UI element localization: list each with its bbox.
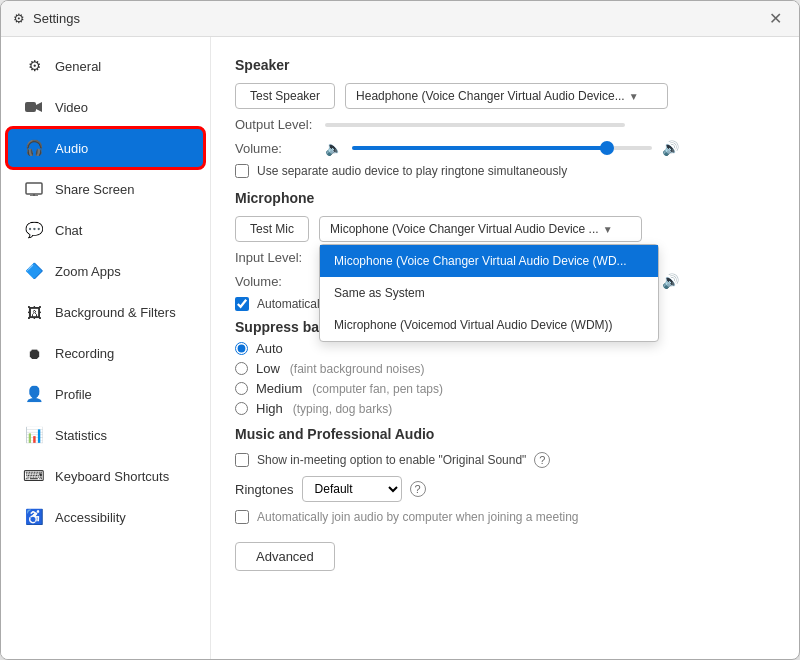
sidebar-item-statistics[interactable]: 📊 Statistics (7, 415, 204, 455)
sidebar-item-accessibility[interactable]: ♿ Accessibility (7, 497, 204, 537)
share-screen-icon (23, 178, 45, 200)
sidebar-label-statistics: Statistics (55, 428, 107, 443)
speaker-device-select[interactable]: Headphone (Voice Changer Virtual Audio D… (345, 83, 668, 109)
original-sound-checkbox[interactable] (235, 453, 249, 467)
sidebar-label-recording: Recording (55, 346, 114, 361)
output-level-label: Output Level: (235, 117, 315, 132)
input-level-label: Input Level: (235, 250, 315, 265)
svg-marker-1 (36, 102, 42, 112)
mic-device-text: Micophone (Voice Changer Virtual Audio D… (330, 222, 599, 236)
ringtones-help-icon[interactable]: ? (410, 481, 426, 497)
noise-high-radio[interactable] (235, 402, 248, 415)
svg-rect-0 (25, 102, 36, 112)
test-mic-button[interactable]: Test Mic (235, 216, 309, 242)
noise-auto-radio[interactable] (235, 342, 248, 355)
noise-medium-label: Medium (256, 381, 302, 396)
zoom-apps-icon: 🔷 (23, 260, 45, 282)
video-icon (23, 96, 45, 118)
mic-volume-label: Volume: (235, 274, 315, 289)
speaker-controls-row: Test Speaker Headphone (Voice Changer Vi… (235, 83, 775, 109)
noise-auto-label: Auto (256, 341, 283, 356)
speaker-section-title: Speaker (235, 57, 775, 73)
audio-icon: 🎧 (23, 137, 45, 159)
separate-audio-row: Use separate audio device to play ringto… (235, 164, 775, 178)
noise-low-row: Low (faint background noises) (235, 361, 775, 376)
sidebar-item-share-screen[interactable]: Share Screen (7, 169, 204, 209)
auto-join-label: Automatically join audio by computer whe… (257, 510, 579, 524)
sidebar-item-video[interactable]: Video (7, 87, 204, 127)
window-title-row: ⚙ Settings (13, 11, 80, 26)
general-icon: ⚙ (23, 55, 45, 77)
mic-select-wrapper: Micophone (Voice Changer Virtual Audio D… (319, 216, 642, 242)
original-sound-help-icon[interactable]: ? (534, 452, 550, 468)
test-speaker-button[interactable]: Test Speaker (235, 83, 335, 109)
advanced-button[interactable]: Advanced (235, 542, 335, 571)
sidebar-label-profile: Profile (55, 387, 92, 402)
noise-high-row: High (typing, dog barks) (235, 401, 775, 416)
music-section-title: Music and Professional Audio (235, 426, 775, 442)
noise-medium-radio[interactable] (235, 382, 248, 395)
settings-icon: ⚙ (13, 11, 25, 26)
sidebar-label-zoom-apps: Zoom Apps (55, 264, 121, 279)
noise-low-radio[interactable] (235, 362, 248, 375)
mic-volume-max-icon: 🔊 (662, 273, 679, 289)
noise-medium-row: Medium (computer fan, pen taps) (235, 381, 775, 396)
sidebar-label-keyboard-shortcuts: Keyboard Shortcuts (55, 469, 169, 484)
auto-join-row: Automatically join audio by computer whe… (235, 510, 775, 524)
sidebar-item-audio[interactable]: 🎧 Audio (7, 128, 204, 168)
main-content: ⚙ General Video 🎧 Audio Share Screen (1, 37, 799, 659)
noise-radio-group: Auto Low (faint background noises) Mediu… (235, 341, 775, 416)
volume-row: Volume: 🔈 🔊 (235, 140, 775, 156)
ringtones-select[interactable]: Default Classic Modern (302, 476, 402, 502)
volume-label: Volume: (235, 141, 315, 156)
chat-icon: 💬 (23, 219, 45, 241)
noise-low-label: Low (256, 361, 280, 376)
separate-audio-label: Use separate audio device to play ringto… (257, 164, 567, 178)
sidebar-item-keyboard-shortcuts[interactable]: ⌨ Keyboard Shortcuts (7, 456, 204, 496)
speaker-device-text: Headphone (Voice Changer Virtual Audio D… (356, 89, 625, 103)
sidebar-item-recording[interactable]: ⏺ Recording (7, 333, 204, 373)
keyboard-shortcuts-icon: ⌨ (23, 465, 45, 487)
dropdown-item-2[interactable]: Microphone (Voicemod Virtual Audio Devic… (320, 309, 658, 341)
noise-high-hint: (typing, dog barks) (293, 402, 392, 416)
close-button[interactable]: ✕ (763, 7, 787, 31)
dropdown-item-1[interactable]: Same as System (320, 277, 658, 309)
dropdown-item-0[interactable]: Micophone (Voice Changer Virtual Audio D… (320, 245, 658, 277)
window-title: Settings (33, 11, 80, 26)
separate-audio-checkbox[interactable] (235, 164, 249, 178)
sidebar-item-background-filters[interactable]: 🖼 Background & Filters (7, 292, 204, 332)
background-filters-icon: 🖼 (23, 301, 45, 323)
volume-max-icon: 🔊 (662, 140, 679, 156)
sidebar-label-general: General (55, 59, 101, 74)
sidebar-label-chat: Chat (55, 223, 82, 238)
sidebar-item-general[interactable]: ⚙ General (7, 46, 204, 86)
output-level-track[interactable] (325, 123, 625, 127)
ringtones-label: Ringtones (235, 482, 294, 497)
ringtones-row: Ringtones Default Classic Modern ? (235, 476, 775, 502)
speaker-select-arrow: ▼ (629, 91, 639, 102)
volume-slider-thumb (600, 141, 614, 155)
volume-slider-track[interactable] (352, 146, 652, 150)
sidebar-label-share-screen: Share Screen (55, 182, 135, 197)
original-sound-label: Show in-meeting option to enable "Origin… (257, 453, 526, 467)
statistics-icon: 📊 (23, 424, 45, 446)
original-sound-row: Show in-meeting option to enable "Origin… (235, 452, 775, 468)
volume-slider-fill (352, 146, 607, 150)
output-level-row: Output Level: (235, 117, 775, 132)
auto-join-checkbox[interactable] (235, 510, 249, 524)
sidebar-label-video: Video (55, 100, 88, 115)
sidebar-item-profile[interactable]: 👤 Profile (7, 374, 204, 414)
mic-device-select[interactable]: Micophone (Voice Changer Virtual Audio D… (319, 216, 642, 242)
sidebar-item-chat[interactable]: 💬 Chat (7, 210, 204, 250)
accessibility-icon: ♿ (23, 506, 45, 528)
sidebar-item-zoom-apps[interactable]: 🔷 Zoom Apps (7, 251, 204, 291)
auto-adjust-checkbox[interactable] (235, 297, 249, 311)
sidebar: ⚙ General Video 🎧 Audio Share Screen (1, 37, 211, 659)
recording-icon: ⏺ (23, 342, 45, 364)
mic-select-arrow: ▼ (603, 224, 613, 235)
settings-window: ⚙ Settings ✕ ⚙ General Video 🎧 Audio (0, 0, 800, 660)
titlebar: ⚙ Settings ✕ (1, 1, 799, 37)
main-panel: Speaker Test Speaker Headphone (Voice Ch… (211, 37, 799, 659)
noise-high-label: High (256, 401, 283, 416)
mic-dropdown-menu: Micophone (Voice Changer Virtual Audio D… (319, 244, 659, 342)
